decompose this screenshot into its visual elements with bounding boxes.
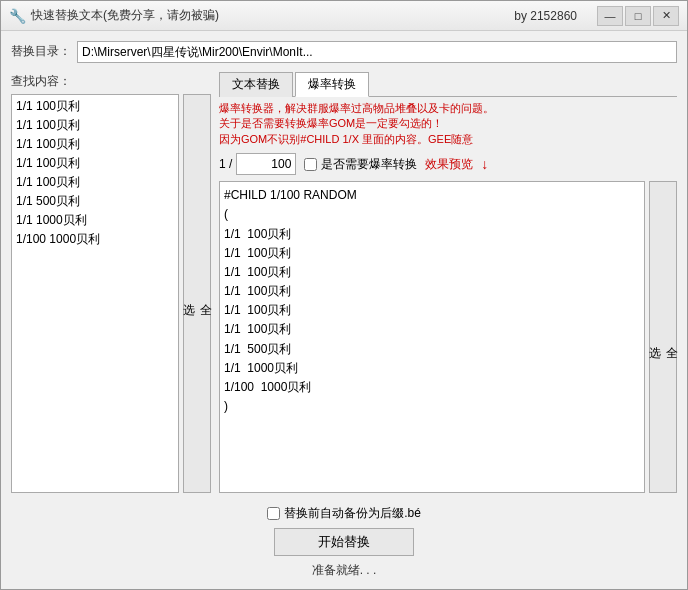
boom-fraction: 1 / xyxy=(219,153,296,175)
title-bar: 🔧 快速替换文本(免费分享，请勿被骗) by 2152860 — □ ✕ xyxy=(1,1,687,31)
fraction-prefix: 1 / xyxy=(219,157,232,171)
boom-info-line3: 因为GOM不识别#CHILD 1/X 里面的内容。GEE随意 xyxy=(219,133,473,145)
left-list-container: 1/1 100贝利1/1 100贝利1/1 100贝利1/1 100贝利1/1 … xyxy=(11,94,211,493)
status-text: 准备就绪. . . xyxy=(312,562,377,579)
fraction-input[interactable] xyxy=(236,153,296,175)
list-item[interactable]: 1/100 1000贝利 xyxy=(14,230,176,249)
list-item[interactable]: 1/1 100贝利 xyxy=(14,116,176,135)
list-item[interactable]: 1/1 100贝利 xyxy=(14,135,176,154)
main-area: 查找内容： 1/1 100贝利1/1 100贝利1/1 100贝利1/1 100… xyxy=(11,71,677,493)
search-label: 查找内容： xyxy=(11,71,71,90)
maximize-button[interactable]: □ xyxy=(625,6,651,26)
dir-row: 替换目录： xyxy=(11,41,677,63)
main-window: 🔧 快速替换文本(免费分享，请勿被骗) by 2152860 — □ ✕ 替换目… xyxy=(0,0,688,590)
boom-checkbox-label[interactable]: 是否需要爆率转换 xyxy=(304,156,417,173)
backup-label: 替换前自动备份为后缀.bé xyxy=(284,505,421,522)
search-row: 查找内容： xyxy=(11,71,211,90)
left-panel: 查找内容： 1/1 100贝利1/1 100贝利1/1 100贝利1/1 100… xyxy=(11,71,211,493)
left-select-all-button[interactable]: 全选 xyxy=(183,94,211,493)
dir-input[interactable] xyxy=(77,41,677,63)
window-title: 快速替换文本(免费分享，请勿被骗) xyxy=(31,7,514,24)
author-text: by 2152860 xyxy=(514,9,577,23)
tab-text-replace[interactable]: 文本替换 xyxy=(219,72,293,97)
app-icon: 🔧 xyxy=(9,8,25,24)
window-controls: — □ ✕ xyxy=(597,6,679,26)
list-item[interactable]: 1/1 1000贝利 xyxy=(14,211,176,230)
boom-info-line1: 爆率转换器，解决群服爆率过高物品堆叠以及卡的问题。 xyxy=(219,102,494,114)
boom-controls-row: 1 / 是否需要爆率转换 效果预览 ↓ xyxy=(219,153,677,175)
close-button[interactable]: ✕ xyxy=(653,6,679,26)
right-list-container: #CHILD 1/100 RANDOM ( 1/1 100贝利 1/1 100贝… xyxy=(219,181,677,493)
boom-info-text: 爆率转换器，解决群服爆率过高物品堆叠以及卡的问题。 关于是否需要转换爆率GOM是… xyxy=(219,101,677,147)
bottom-area: 替换前自动备份为后缀.bé 开始替换 准备就绪. . . xyxy=(11,501,677,579)
tab-bar: 文本替换 爆率转换 xyxy=(219,71,677,97)
boom-convert-panel: 爆率转换器，解决群服爆率过高物品堆叠以及卡的问题。 关于是否需要转换爆率GOM是… xyxy=(219,101,677,493)
boom-checkbox-text: 是否需要爆率转换 xyxy=(321,156,417,173)
preview-list[interactable]: #CHILD 1/100 RANDOM ( 1/1 100贝利 1/1 100贝… xyxy=(219,181,645,493)
boom-info-line2: 关于是否需要转换爆率GOM是一定要勾选的！ xyxy=(219,117,443,129)
preview-content: #CHILD 1/100 RANDOM ( 1/1 100贝利 1/1 100贝… xyxy=(224,186,640,416)
search-list[interactable]: 1/1 100贝利1/1 100贝利1/1 100贝利1/1 100贝利1/1 … xyxy=(11,94,179,493)
backup-row: 替换前自动备份为后缀.bé xyxy=(267,505,421,522)
backup-checkbox[interactable] xyxy=(267,507,280,520)
right-panel: 文本替换 爆率转换 爆率转换器，解决群服爆率过高物品堆叠以及卡的问题。 关于是否… xyxy=(219,71,677,493)
preview-arrow-icon: ↓ xyxy=(481,156,488,172)
minimize-button[interactable]: — xyxy=(597,6,623,26)
list-item[interactable]: 1/1 100贝利 xyxy=(14,154,176,173)
dir-label: 替换目录： xyxy=(11,41,71,60)
list-item[interactable]: 1/1 100贝利 xyxy=(14,173,176,192)
tab-boom-convert[interactable]: 爆率转换 xyxy=(295,72,369,97)
list-item[interactable]: 1/1 500贝利 xyxy=(14,192,176,211)
content-area: 替换目录： 查找内容： 1/1 100贝利1/1 100贝利1/1 100贝利1… xyxy=(1,31,687,589)
list-item[interactable]: 1/1 100贝利 xyxy=(14,97,176,116)
boom-checkbox[interactable] xyxy=(304,158,317,171)
start-replace-button[interactable]: 开始替换 xyxy=(274,528,414,556)
right-select-all-button[interactable]: 全选 xyxy=(649,181,677,493)
preview-link[interactable]: 效果预览 xyxy=(425,156,473,173)
